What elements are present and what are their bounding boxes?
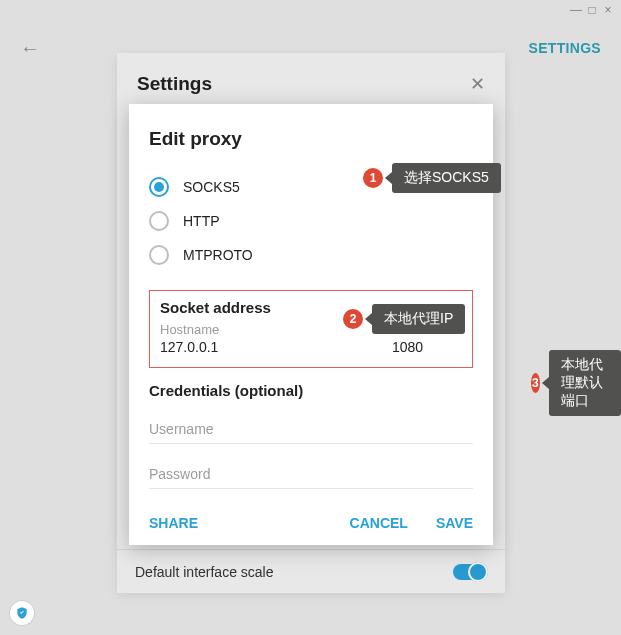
callout-2: 2 本地代理IP <box>343 304 465 334</box>
callout-num: 1 <box>363 168 383 188</box>
shield-badge-icon[interactable] <box>10 601 34 625</box>
hostname-value: 127.0.0.1 <box>160 339 372 355</box>
radio-label: HTTP <box>183 213 220 229</box>
dialog-title: Edit proxy <box>149 128 473 150</box>
hostname-label: Hostname <box>160 322 372 337</box>
radio-label: MTPROTO <box>183 247 253 263</box>
radio-icon <box>149 177 169 197</box>
radio-label: SOCKS5 <box>183 179 240 195</box>
share-button[interactable]: SHARE <box>149 515 198 531</box>
save-button[interactable]: SAVE <box>436 515 473 531</box>
port-value: 1080 <box>392 339 462 355</box>
proxy-type-http[interactable]: HTTP <box>149 204 473 238</box>
callout-1: 1 选择SOCKS5 <box>363 163 501 193</box>
dialog-actions: SHARE CANCEL SAVE <box>149 515 473 531</box>
radio-icon <box>149 245 169 265</box>
callout-text: 选择SOCKS5 <box>392 163 501 193</box>
callout-3: 3 本地代理默认端口 <box>531 350 621 416</box>
cancel-button[interactable]: CANCEL <box>350 515 408 531</box>
callout-arrow-icon <box>365 313 372 325</box>
callout-num: 3 <box>531 373 540 393</box>
callout-arrow-icon <box>542 377 549 389</box>
callout-num: 2 <box>343 309 363 329</box>
proxy-type-mtproto[interactable]: MTPROTO <box>149 238 473 272</box>
callout-arrow-icon <box>385 172 392 184</box>
password-input[interactable] <box>149 458 473 489</box>
callout-text: 本地代理IP <box>372 304 465 334</box>
radio-icon <box>149 211 169 231</box>
callout-text: 本地代理默认端口 <box>549 350 621 416</box>
hostname-field[interactable]: Hostname 127.0.0.1 <box>160 322 372 355</box>
credentials-title: Credentials (optional) <box>149 382 473 399</box>
username-input[interactable] <box>149 413 473 444</box>
